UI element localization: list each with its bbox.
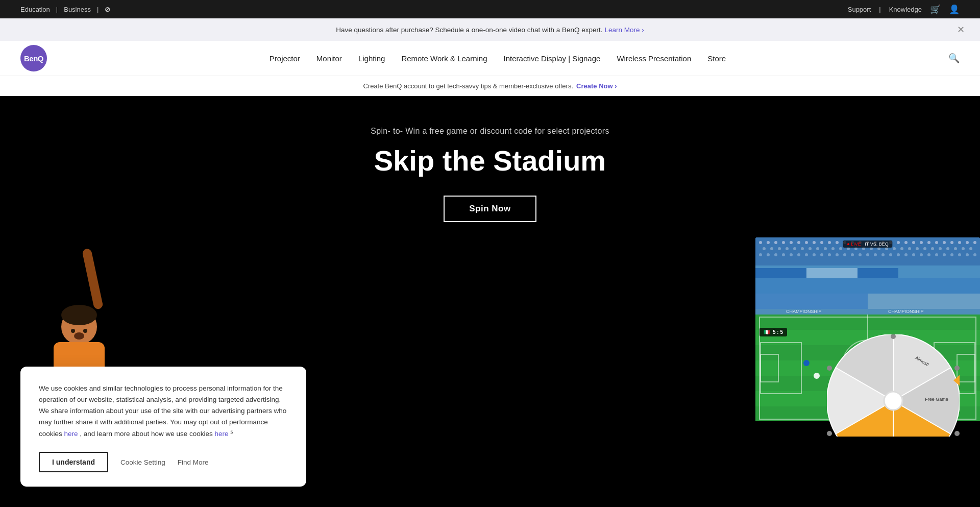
svg-point-10: [71, 329, 75, 333]
svg-point-68: [939, 247, 942, 250]
topbar-divider2: |: [97, 6, 99, 13]
svg-point-62: [893, 247, 896, 250]
svg-point-84: [843, 253, 846, 256]
svg-point-88: [874, 253, 877, 256]
learn-more-link[interactable]: Learn More ›: [605, 26, 644, 34]
svg-text:CHAMPIONSHIP: CHAMPIONSHIP: [888, 309, 924, 314]
topbar-support[interactable]: Support: [848, 6, 871, 13]
svg-point-55: [839, 247, 842, 250]
cookie-here-link1[interactable]: here: [64, 430, 78, 437]
topbar-brand-icon: ⊘: [105, 6, 110, 13]
nav-store[interactable]: Store: [707, 54, 726, 63]
sub-banner-text: Create BenQ account to get tech-savvy ti…: [363, 82, 573, 90]
svg-point-79: [805, 253, 808, 256]
nav-links: Projector Monitor Lighting Remote Work &…: [270, 54, 726, 63]
spin-now-button[interactable]: Spin Now: [444, 196, 536, 222]
match-text: IT VS. BEQ: [865, 242, 888, 247]
svg-point-144: [954, 431, 960, 436]
svg-point-146: [827, 431, 832, 436]
logo[interactable]: BenQ: [20, 45, 47, 71]
svg-point-21: [797, 241, 800, 244]
topbar-education[interactable]: Education: [20, 6, 50, 13]
topbar-business[interactable]: Business: [64, 6, 91, 13]
topbar-divider1: |: [56, 6, 58, 13]
svg-point-89: [881, 253, 885, 256]
topbar-knowledge[interactable]: Knowledge: [889, 6, 922, 13]
svg-point-40: [943, 241, 946, 244]
svg-point-34: [897, 241, 900, 244]
svg-point-71: [962, 247, 965, 250]
svg-point-64: [908, 247, 911, 250]
svg-point-87: [866, 253, 869, 256]
svg-point-19: [782, 241, 785, 244]
score-flag: 🇮🇹: [764, 329, 770, 335]
svg-point-74: [767, 253, 770, 256]
svg-point-39: [935, 241, 938, 244]
info-banner-close-icon[interactable]: ✕: [957, 25, 965, 34]
nav-right: 🔍: [948, 53, 960, 64]
svg-text:CHAMPIONSHIP: CHAMPIONSHIP: [786, 309, 822, 314]
stadium-hud: ● LIVE IT VS. BEQ: [843, 240, 892, 248]
create-now-link[interactable]: Create Now ›: [576, 82, 617, 90]
hero-subtitle: Spin- to- Win a free game or discount co…: [371, 127, 609, 136]
svg-rect-103: [806, 268, 857, 278]
svg-point-66: [923, 247, 926, 250]
score-value: 5 : 5: [773, 329, 783, 335]
svg-point-135: [884, 392, 902, 410]
svg-point-41: [950, 241, 953, 244]
svg-point-45: [763, 247, 766, 250]
nav-projector[interactable]: Projector: [270, 54, 300, 63]
svg-point-52: [816, 247, 819, 250]
svg-point-67: [931, 247, 934, 250]
svg-point-83: [836, 253, 839, 256]
cart-icon[interactable]: 🛒: [930, 4, 941, 15]
search-icon[interactable]: 🔍: [948, 53, 960, 64]
svg-point-147: [827, 366, 832, 371]
svg-point-20: [790, 241, 793, 244]
svg-point-9: [74, 332, 84, 340]
svg-point-99: [958, 253, 961, 256]
svg-point-38: [927, 241, 930, 244]
svg-point-22: [805, 241, 808, 244]
svg-point-48: [786, 247, 789, 250]
cookie-here-link2[interactable]: here: [214, 430, 228, 437]
svg-point-90: [889, 253, 892, 256]
cookie-text: We use cookies and similar technologies …: [39, 383, 288, 437]
svg-point-65: [916, 247, 919, 250]
svg-point-72: [969, 247, 972, 250]
nav-remote-work[interactable]: Remote Work & Learning: [401, 54, 487, 63]
svg-point-94: [920, 253, 923, 256]
svg-point-143: [954, 366, 960, 371]
svg-point-97: [943, 253, 946, 256]
svg-point-42: [958, 241, 961, 244]
svg-point-101: [973, 253, 976, 256]
nav-lighting[interactable]: Lighting: [358, 54, 385, 63]
nav-interactive-display[interactable]: Interactive Display | Signage: [504, 54, 601, 63]
svg-point-16: [759, 241, 762, 244]
svg-point-54: [831, 247, 835, 250]
svg-point-51: [808, 247, 812, 250]
svg-point-44: [973, 241, 976, 244]
svg-point-24: [820, 241, 823, 244]
info-banner: Have questions after purchase? Schedule …: [0, 18, 980, 41]
svg-rect-0: [82, 248, 104, 310]
svg-point-75: [774, 253, 777, 256]
svg-point-69: [946, 247, 949, 250]
svg-point-23: [813, 241, 816, 244]
nav-monitor[interactable]: Monitor: [316, 54, 342, 63]
svg-point-50: [801, 247, 804, 250]
svg-point-53: [824, 247, 827, 250]
svg-point-123: [814, 373, 820, 379]
svg-rect-105: [755, 278, 980, 294]
svg-point-43: [966, 241, 969, 244]
nav-wireless-presentation[interactable]: Wireless Presentation: [617, 54, 691, 63]
svg-point-95: [927, 253, 930, 256]
svg-point-17: [767, 241, 770, 244]
spin-wheel-svg: Almost! Free Game Almost! 10% off Select…: [827, 334, 960, 437]
cookie-banner: We use cookies and similar technologies …: [20, 367, 306, 437]
svg-point-96: [935, 253, 938, 256]
svg-point-11: [83, 329, 87, 333]
svg-rect-107: [868, 294, 980, 309]
score-overlay: 🇮🇹 5 : 5: [760, 328, 787, 336]
user-icon[interactable]: 👤: [949, 4, 960, 15]
